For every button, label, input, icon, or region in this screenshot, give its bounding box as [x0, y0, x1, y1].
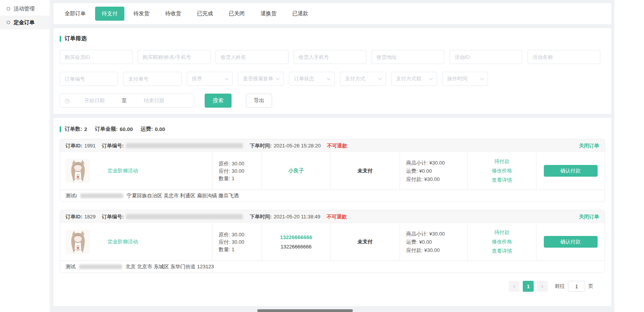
- product-name-link[interactable]: 定金阶梯活动: [108, 167, 138, 174]
- confirm-payment-button[interactable]: 确认付款: [544, 165, 598, 177]
- receiver-name: 测试: [65, 263, 76, 270]
- due-label: 应付:: [219, 239, 230, 245]
- order-id-label: 订单ID:: [65, 213, 82, 220]
- freight-label: 运费:: [406, 239, 418, 245]
- redacted-order-number: [126, 143, 243, 148]
- chevron-right-icon: ›: [541, 282, 543, 290]
- sidebar-item-label: 定金订单: [14, 19, 35, 26]
- start-date-placeholder: 开始日期: [69, 97, 119, 104]
- order-address-row: 测试i 宁夏回族自治区 吴忠市 利通区 扁担沟镇 撒旦飞洒: [60, 190, 605, 202]
- filter-select[interactable]: 排序: [187, 72, 233, 86]
- order-no-label: 订单编号:: [102, 213, 124, 220]
- view-details-link[interactable]: 查看详情: [492, 176, 512, 185]
- filter-select-placeholder: 支付方式组: [396, 75, 421, 82]
- filter-select[interactable]: 支付方式组: [391, 72, 437, 86]
- order-id-label: 订单ID:: [65, 142, 82, 149]
- product-cell: 定金阶梯活动: [60, 152, 212, 190]
- subtotal-value: ¥30.00: [429, 160, 445, 166]
- freight-value: ¥0.00: [419, 239, 432, 245]
- redacted-receiver-info: [79, 264, 122, 269]
- search-button[interactable]: 搜索: [205, 94, 232, 108]
- view-details-link[interactable]: 查看详情: [492, 246, 512, 256]
- filter-select-placeholder: 订单状态: [294, 75, 314, 82]
- filter-select-placeholder: 排序: [192, 75, 202, 82]
- date-separator: 至: [119, 97, 129, 104]
- date-range-picker[interactable]: ◷ 开始日期 至 结束日期: [60, 94, 194, 108]
- pending-payment-link[interactable]: 待付款: [494, 157, 510, 166]
- filter-text-input[interactable]: [123, 72, 182, 86]
- pay-status-cell: 未支付: [330, 223, 400, 261]
- section-accent-bar: [60, 36, 61, 42]
- redacted-order-number: [126, 214, 243, 219]
- order-status-tab[interactable]: 已完成: [191, 7, 220, 21]
- modify-price-link[interactable]: 修改价格: [492, 237, 512, 246]
- payable-label: 应付款:: [406, 176, 423, 182]
- filter-text-input[interactable]: [60, 50, 133, 64]
- sidebar-item[interactable]: 活动管理: [0, 2, 50, 16]
- orders-summary: 订单数: 2 订单金额: 60.00 运费: 0.00: [60, 126, 605, 133]
- horizontal-scrollbar[interactable]: [257, 309, 353, 312]
- prev-page-button[interactable]: ‹: [509, 281, 520, 292]
- filter-text-input[interactable]: [60, 72, 118, 86]
- pagination: ‹ 1 › 前往 页: [60, 281, 605, 292]
- export-button[interactable]: 导出: [246, 94, 272, 108]
- close-order-link[interactable]: 关闭订单: [579, 142, 599, 149]
- filter-select[interactable]: 订单状态: [289, 72, 335, 86]
- radio-circle-icon: [7, 21, 10, 24]
- filter-text-input[interactable]: [216, 50, 288, 64]
- order-status-tab[interactable]: 待发货: [127, 7, 156, 21]
- buyer-cell: 小良子: [262, 152, 330, 190]
- order-card: 订单ID: 1991 订单编号: 下单时间: 2021-05-26 15:28:…: [60, 139, 605, 202]
- due-label: 应付:: [219, 168, 230, 174]
- sidebar-item-label: 活动管理: [14, 5, 35, 12]
- qty-value: 1: [232, 246, 234, 252]
- filter-row-3: ◷ 开始日期 至 结束日期 搜索 导出: [60, 94, 605, 108]
- order-status-tab[interactable]: 退换货: [254, 7, 283, 21]
- orders-panel: 订单数: 2 订单金额: 60.00 运费: 0.00 订单ID: 1991 订…: [53, 118, 611, 306]
- product-cell: 定金阶梯活动: [60, 223, 212, 261]
- orig-price-label: 原价:: [219, 161, 230, 167]
- filter-text-input[interactable]: [527, 50, 600, 64]
- filter-text-input[interactable]: [449, 50, 522, 64]
- receiver-address: 宁夏回族自治区 吴忠市 利通区 扁担沟镇 撒旦飞洒: [127, 192, 239, 199]
- price-cell: 原价: 30.00 应付: 30.00 数量: 1: [212, 152, 262, 190]
- filter-select[interactable]: 是否搜索首单: [238, 72, 284, 86]
- order-status-tab[interactable]: 已退款: [286, 7, 315, 21]
- confirm-cell: 确认付款: [536, 223, 605, 261]
- close-order-link[interactable]: 关闭订单: [579, 213, 599, 220]
- filter-text-input[interactable]: [294, 50, 366, 64]
- buyer-name-link[interactable]: 小良子: [288, 167, 304, 174]
- receiver-name: 测试i: [65, 192, 77, 199]
- page-number-button[interactable]: 1: [523, 281, 534, 292]
- confirm-payment-button[interactable]: 确认付款: [544, 236, 598, 248]
- filter-text-input[interactable]: [138, 50, 211, 64]
- freight-total-value: 0.00: [155, 126, 165, 132]
- pending-payment-link[interactable]: 待付款: [494, 228, 510, 237]
- due-value: 30.00: [232, 168, 244, 174]
- order-id-value: 1829: [84, 214, 96, 220]
- order-status-tab[interactable]: 待支付: [95, 7, 124, 21]
- filter-select[interactable]: 操作时间: [442, 72, 488, 86]
- product-name-link[interactable]: 定金阶梯活动: [108, 238, 138, 245]
- subtotal-label: 商品小计:: [406, 160, 428, 166]
- order-status-tab[interactable]: 已关闭: [222, 7, 251, 21]
- order-tabs: 全部订单待支付待发货待收货已完成已关闭退换货已退款: [53, 3, 611, 24]
- order-status-tab[interactable]: 全部订单: [58, 7, 92, 21]
- next-page-button[interactable]: ›: [537, 281, 548, 292]
- buyer-name-link[interactable]: 13226666666: [280, 234, 312, 240]
- filter-select-placeholder: 是否搜索首单: [243, 75, 273, 82]
- order-status-tab[interactable]: 待收货: [159, 7, 188, 21]
- refund-flag: 不可退款: [327, 213, 347, 220]
- modify-price-link[interactable]: 修改价格: [492, 166, 512, 176]
- order-count-value: 2: [84, 126, 87, 132]
- order-time-label: 下单时间:: [250, 142, 272, 149]
- goto-page-input[interactable]: [568, 281, 585, 292]
- orig-price-label: 原价:: [219, 232, 230, 238]
- filter-text-input[interactable]: [372, 50, 444, 64]
- order-card: 订单ID: 1829 订单编号: 下单时间: 2021-05-20 11:38:…: [60, 210, 605, 273]
- sidebar-item[interactable]: 定金订单: [0, 16, 50, 29]
- price-cell: 原价: 30.00 应付: 30.00 数量: 1: [212, 223, 262, 261]
- order-amount-value: 60.00: [120, 126, 133, 132]
- totals-cell: 商品小计: ¥30.00 运费: ¥0.00 应付款: ¥30.00: [400, 152, 467, 190]
- filter-select[interactable]: 支付方式: [340, 72, 386, 86]
